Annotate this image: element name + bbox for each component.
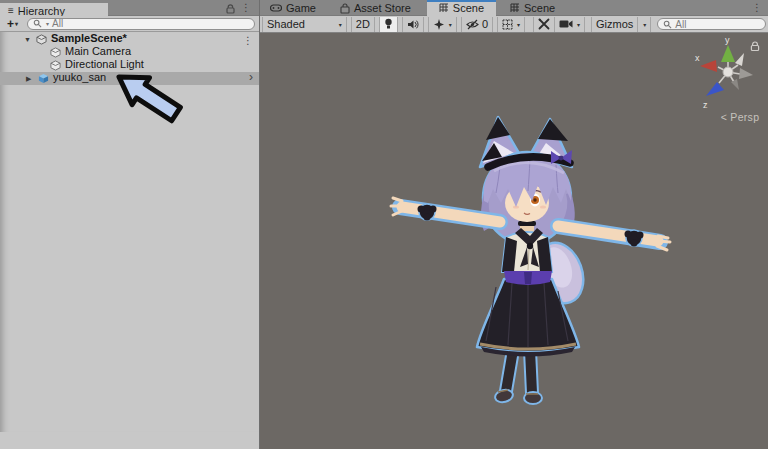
tab-scene-2[interactable]: Scene [502, 0, 563, 16]
dropdown-icon: ▾ [517, 21, 520, 28]
legs-boots [494, 350, 542, 404]
grid-visibility-button[interactable]: ▾ [497, 17, 525, 32]
search-icon [663, 20, 672, 29]
shading-mode-dropdown[interactable]: Shaded ▾ [262, 17, 347, 32]
axis-neg-x-cone[interactable] [739, 68, 753, 79]
gameobject-label[interactable]: Main Camera [65, 45, 131, 58]
gamepad-icon [270, 4, 282, 12]
scene-name-label[interactable]: SampleScene* [51, 32, 127, 45]
grid-snap-icon [502, 19, 513, 30]
unity-editor-window: ≡ Hierarchy ⋮ + ▾ ▾ All [0, 0, 768, 449]
camera-settings-button[interactable]: ▾ [555, 17, 585, 32]
add-gameobject-button[interactable]: + ▾ [4, 17, 21, 31]
dropdown-icon: ▾ [339, 21, 342, 28]
hierarchy-search-input[interactable]: ▾ All [27, 18, 255, 30]
tab-game[interactable]: Game [262, 0, 324, 16]
eye-slash-icon [466, 19, 479, 30]
scene-tabbar: Game Asset Store Scene Scen [260, 0, 768, 16]
scene-grid-icon [439, 3, 449, 13]
camera-icon [559, 19, 573, 29]
gizmo-center-ball[interactable] [723, 67, 733, 77]
lock-icon[interactable] [226, 4, 235, 14]
tab-asset-store[interactable]: Asset Store [332, 0, 419, 16]
component-tools-button[interactable] [533, 17, 555, 32]
scene-asset-icon [36, 34, 47, 45]
axis-z-cone[interactable] [706, 82, 724, 96]
scene-grid-icon [510, 3, 520, 13]
shading-mode-label: Shaded [267, 18, 305, 30]
tab-scene-2-label: Scene [524, 2, 555, 14]
gizmo-lock-icon[interactable] [750, 41, 760, 52]
scene-search-input[interactable]: All [657, 18, 766, 30]
hierarchy-tab-label: Hierarchy [18, 5, 65, 17]
hierarchy-panel: ≡ Hierarchy ⋮ + ▾ ▾ All [0, 0, 260, 449]
axis-neg-y-cone[interactable] [731, 79, 739, 90]
axis-neg-z-cone[interactable] [735, 53, 744, 66]
scene-panel-menu-icon[interactable]: ⋮ [752, 0, 762, 16]
right-arm [558, 226, 670, 250]
foldout-open-icon[interactable]: ▼ [24, 33, 31, 46]
hierarchy-toolbar: + ▾ ▾ All [0, 16, 259, 32]
audio-toggle-button[interactable] [402, 17, 424, 32]
gameobject-cube-icon [50, 60, 61, 71]
hierarchy-tabbar: ≡ Hierarchy ⋮ [0, 0, 259, 16]
foldout-closed-icon[interactable]: ▶ [26, 72, 31, 85]
prefab-chevron-icon[interactable]: › [249, 71, 253, 84]
lightbulb-icon [384, 18, 393, 30]
scene-search-placeholder: All [675, 19, 686, 30]
hierarchy-search-placeholder: All [52, 18, 63, 30]
gizmos-label: Gizmos [596, 18, 633, 30]
tools-icon [538, 18, 550, 30]
tab-game-label: Game [286, 2, 316, 14]
lighting-toggle-button[interactable] [379, 17, 398, 32]
dropdown-icon: ▾ [643, 21, 646, 28]
hidden-count-label: 0 [482, 18, 488, 30]
active-tab-indicator [427, 0, 496, 2]
prefab-cube-icon [38, 73, 49, 84]
hamburger-icon: ≡ [8, 5, 14, 16]
speaker-icon [407, 19, 419, 30]
effects-icon [433, 19, 445, 30]
dropdown-icon: ▾ [15, 20, 18, 27]
toggle-2d-label: 2D [356, 18, 370, 30]
tab-scene-active[interactable]: Scene [427, 0, 496, 16]
axis-x-label: x [695, 53, 700, 63]
gameobject-cube-icon [50, 47, 61, 58]
perspective-toggle[interactable]: < Persp [708, 111, 768, 123]
scene-visibility-button[interactable]: 0 [461, 17, 493, 32]
hierarchy-menu-icon[interactable]: ⋮ [241, 0, 251, 16]
persp-angle-icon: < [721, 111, 727, 123]
axis-y-cone[interactable] [721, 45, 735, 62]
scene-viewport[interactable]: y x z < Persp [260, 33, 768, 449]
asset-store-bag-icon [340, 3, 350, 14]
scene-panel: Game Asset Store Scene Scen [260, 0, 768, 449]
effects-dropdown-button[interactable]: ▾ [428, 17, 457, 32]
character-model-yuuko-san[interactable] [380, 95, 680, 410]
toggle-2d-button[interactable]: 2D [351, 17, 375, 32]
pointer-arrow-annotation [95, 60, 205, 130]
tab-asset-store-label: Asset Store [354, 2, 411, 14]
search-filter-dropdown-icon[interactable]: ▾ [46, 20, 49, 27]
plus-icon: + [7, 17, 14, 31]
axis-x-cone[interactable] [700, 60, 717, 72]
axis-z-label: z [703, 100, 708, 110]
axis-y-label: y [725, 36, 730, 45]
gizmos-arrow-button[interactable]: ▾ [638, 17, 651, 32]
persp-label: Persp [730, 111, 759, 123]
dropdown-icon: ▾ [577, 21, 580, 28]
search-icon [33, 19, 42, 28]
scene-toolbar: Shaded ▾ 2D [260, 16, 768, 33]
gizmos-dropdown[interactable]: Gizmos [591, 17, 638, 32]
dropdown-icon: ▾ [449, 21, 452, 28]
tab-scene-label: Scene [453, 2, 484, 14]
